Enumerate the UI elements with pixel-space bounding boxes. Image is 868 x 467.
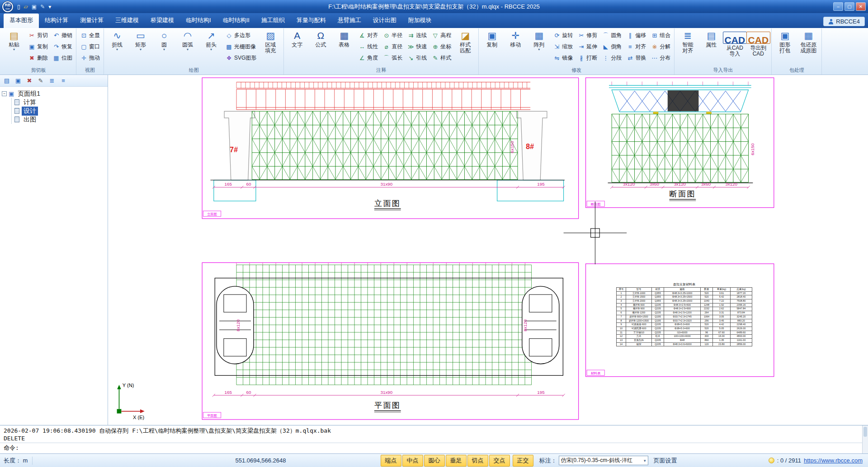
ribbon-button-mirror[interactable]: ⇋镜像 [551,52,575,64]
ribbon-button-cut[interactable]: ✂剪切 [26,30,50,41]
ribbon-button-replace[interactable]: ⇄替换 [624,52,648,64]
ribbon-button-svg-shape[interactable]: ❖SVG图形 [223,52,259,64]
ribbon-button-cad-export[interactable]: CAD导出到 CAD [746,29,770,66]
page-setup-button[interactable]: 页面设置 [650,456,681,466]
copy-page-icon[interactable]: ▣ [13,76,23,85]
save-icon[interactable]: ▣ [31,3,38,10]
sidebar-node-2[interactable]: 设计 [14,107,106,115]
more-icon[interactable]: ▾ [47,3,52,10]
ribbon-button-text[interactable]: A文字 [285,29,309,66]
ribbon-button-bitmap[interactable]: ▦位图 [50,52,75,64]
ribbon-button-copy[interactable]: ▣复制 [26,41,50,52]
ribbon-button-dim-continue[interactable]: ⇉连续 [405,30,429,41]
ribbon-button-undo[interactable]: ↶撤销 [50,30,75,41]
snap-center[interactable]: 圆心 [424,455,445,467]
ribbon-button-match[interactable]: ◪样式 匹配 [453,29,477,66]
maximize-button[interactable]: ▢ [844,2,854,11]
snap-tangent[interactable]: 切点 [467,455,488,467]
user-badge[interactable]: RBCCE4 [823,17,865,26]
ribbon-button-extend[interactable]: ⇥延伸 [575,41,599,52]
tab-11[interactable]: 设计出图 [367,14,402,28]
tab-4[interactable]: 三维建模 [109,14,145,28]
ribbon-button-rotate[interactable]: ⟳旋转 [551,30,575,41]
tab-7[interactable]: 临时结构II [217,14,255,28]
save-as-icon[interactable]: ✎ [39,3,46,10]
tab-10[interactable]: 悬臂施工 [332,14,367,28]
ribbon-button-circle[interactable]: ○圆▾ [152,29,176,66]
ribbon-button-modify-copy[interactable]: ▣复制 [480,29,504,66]
tab-6[interactable]: 临时结构I [180,14,217,28]
ribbon-button-align[interactable]: ≡对齐 [624,41,648,52]
snap-endpoint[interactable]: 端点 [381,455,401,467]
ribbon-button-scale[interactable]: ⇲缩放 [551,41,575,52]
open-icon[interactable]: ▱ [23,3,29,10]
drawing-canvas[interactable]: 165 60 31x90 195 6x150 7# 8# 立面图 立面图 [108,75,868,425]
ribbon-button-group[interactable]: ⊞组合 [648,30,673,41]
delete-page-icon[interactable]: ✖ [24,76,34,85]
ribbon-button-array[interactable]: ▦阵列▾ [527,29,551,66]
ribbon-button-dim-elevation[interactable]: ▽高程 [429,30,453,41]
ribbon-button-window[interactable]: ▢窗口 [78,41,102,52]
tab-5[interactable]: 桥梁建模 [145,14,180,28]
ribbon-button-trim[interactable]: ✂修剪 [575,30,599,41]
ribbon-button-raster[interactable]: ▩光栅图像 [223,41,259,52]
tab-1[interactable]: 基本图形 [4,14,39,28]
edit-icon[interactable]: ✎ [36,76,46,85]
snap-intersection[interactable]: 交点 [489,455,510,467]
sidebar-node-3[interactable]: 出图 [14,115,106,124]
ribbon-button-dim-arc[interactable]: ⌒弧长 [380,52,405,64]
list-icon[interactable]: ≣ [47,76,57,85]
ribbon-button-smart-align[interactable]: ≣智能 对齐 [676,29,699,66]
minimize-button[interactable]: – [833,2,843,11]
ribbon-button-formula[interactable]: Ω公式 [309,29,332,66]
sidebar-node-1[interactable]: 计算 [14,98,106,107]
ribbon-button-offset[interactable]: ∥偏移 [624,30,648,41]
website-link[interactable]: https://www.rbcce.com [804,457,863,464]
command-scrollbar[interactable] [862,425,868,453]
snap-perpendicular[interactable]: 垂足 [446,455,467,467]
ribbon-button-rectangle[interactable]: ▭矩形▾ [129,29,152,66]
tree-expander[interactable]: − [2,91,7,96]
tab-12[interactable]: 附加模块 [402,14,438,28]
ribbon-button-delete[interactable]: ✖删除 [26,52,50,64]
ribbon-button-arrow[interactable]: ↗箭头▾ [199,29,223,66]
ribbon-button-chamfer[interactable]: ◣倒角 [599,41,624,52]
ribbon-button-hatch[interactable]: ▨区域 填充 [259,29,282,66]
new-icon[interactable]: ▯ [16,3,21,10]
ribbon-button-segment[interactable]: ⋮分段 [599,52,624,64]
tab-3[interactable]: 测量计算 [74,14,109,28]
ribbon-button-break[interactable]: ∦打断 [575,52,599,64]
dim-style-select[interactable]: 仿宋(0.75)-0.35-cm-斜线-洋红 ▾ [559,456,648,465]
ribbon-button-fillet[interactable]: ⌒圆角 [599,30,624,41]
ribbon-button-dim-coordinate[interactable]: ⊕坐标 [429,41,453,52]
ribbon-button-polyline[interactable]: ∿折线▾ [105,29,129,66]
ribbon-button-arc[interactable]: ◠圆弧▾ [176,29,199,66]
ribbon-button-dim-angle[interactable]: ∠角度 [356,52,380,64]
ribbon-button-move[interactable]: ✛移动 [504,29,527,66]
ribbon-button-fit[interactable]: ⊡全显 [78,30,102,41]
outline-icon[interactable]: ≡ [58,76,68,85]
ribbon-button-distribute[interactable]: ⋯分布 [648,52,673,64]
ribbon-button-table[interactable]: ▦表格 [332,29,356,66]
ribbon-button-dim-linear[interactable]: ↔线性 [356,41,380,52]
ribbon-button-pan[interactable]: ✛拖动 [78,52,102,64]
ribbon-button-dim-radius[interactable]: ⊙半径 [380,30,405,41]
ortho-toggle[interactable]: 正交 [513,455,533,467]
ribbon-button-leader[interactable]: ↘引线 [405,52,429,64]
close-button[interactable]: ✕ [856,2,866,11]
canvas-area[interactable]: 165 60 31x90 195 6x150 7# 8# 立面图 立面图 [108,75,868,425]
new-page-icon[interactable]: ▤ [2,76,12,85]
ribbon-button-pack[interactable]: ▣图形 打包 [773,29,797,66]
ribbon-button-dim-diameter[interactable]: ⌀直径 [380,41,405,52]
ribbon-button-cad-import[interactable]: CAD从CAD 导入 [723,29,746,66]
ribbon-button-properties[interactable]: ▤属性 [699,29,723,66]
snap-midpoint[interactable]: 中点 [402,455,423,467]
ribbon-button-dim-aligned[interactable]: ∡对齐 [356,30,380,41]
ribbon-button-polygon[interactable]: ◇多边形 [223,30,259,41]
tab-8[interactable]: 施工组织 [255,14,291,28]
ribbon-button-unpack[interactable]: ▦包还原 成原图 [797,29,820,66]
tab-2[interactable]: 结构计算 [39,14,74,28]
ribbon-button-explode[interactable]: ※分解 [648,41,673,52]
command-prompt[interactable]: 命令: [4,444,19,451]
app-logo-icon[interactable]: RB cce [2,1,13,12]
